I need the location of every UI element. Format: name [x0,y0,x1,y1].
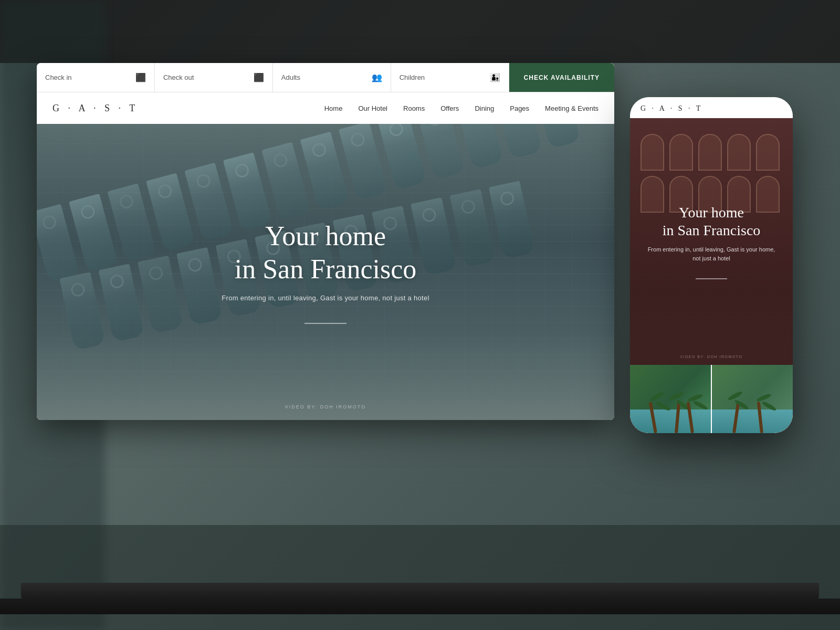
pool-water-2 [712,410,793,433]
arch-window-1 [640,134,664,171]
mobile-inner: G · A · S · T Your home in San Francisco… [630,97,793,433]
mobile-phone: G · A · S · T Your home in San Francisco… [630,97,793,433]
palm-leaf-9 [756,393,772,403]
mobile-logo: G · A · S · T [640,104,702,113]
nav-item-meeting[interactable]: Meeting & Events [545,103,598,113]
laptop-top-bar [0,0,840,63]
adults-icon: 👥 [372,72,382,82]
arch-window-2 [669,134,693,171]
pool-water-1 [630,410,711,433]
check-out-field[interactable]: Check out ⬛ [155,63,273,92]
mobile-hero: Your home in San Francisco From entering… [630,118,793,365]
calendar-checkout-icon: ⬛ [254,72,264,82]
check-availability-button[interactable]: CHECK AVAILABILITY [509,63,614,92]
nav-item-rooms[interactable]: Rooms [403,103,425,113]
arch-window-5 [756,134,780,171]
calendar-checkin-icon: ⬛ [135,72,146,82]
mobile-hero-subtitle: From entering in, until leaving, Gast is… [630,245,793,262]
mobile-video-credit: VIDEO BY: DOH IROMOTO [680,355,743,359]
arch-window-4 [727,134,751,171]
mobile-hero-divider [696,278,727,279]
gallery-thumb-2 [712,365,793,433]
arch-window-3 [698,134,722,171]
desktop-hero-title: Your home in San Francisco [235,220,417,286]
adults-field[interactable]: Adults 👥 [273,63,391,92]
nav-item-dining[interactable]: Dining [475,103,494,113]
laptop-bottom [21,583,819,598]
desktop-browser-window: Check in ⬛ Check out ⬛ Adults 👥 Children… [37,63,614,420]
check-in-field[interactable]: Check in ⬛ [37,63,155,92]
mobile-hero-title: Your home in San Francisco [652,204,771,239]
booking-bar: Check in ⬛ Check out ⬛ Adults 👥 Children… [37,63,614,92]
palm-leaf-1 [649,391,665,403]
nav-item-pages[interactable]: Pages [510,103,529,113]
nav-item-home[interactable]: Home [324,103,343,113]
desktop-hero-divider [304,323,346,324]
nav-item-our-hotel[interactable]: Our Hotel [358,103,387,113]
mobile-gallery [630,365,793,433]
desktop-video-credit: VIDEO BY: DOH IROMOTO [285,404,366,410]
bg-blur-bottom [0,525,840,630]
desktop-hero: Your home in San Francisco From entering… [37,124,614,420]
desktop-logo: G · A · S · T [52,103,138,114]
mobile-navbar: G · A · S · T [630,97,793,118]
nav-links: Home Our Hotel Rooms Offers Dining Pages… [324,103,598,113]
children-field[interactable]: Children 👨‍👦 [391,63,509,92]
gallery-thumb-1 [630,365,712,433]
desktop-navbar: G · A · S · T Home Our Hotel Rooms Offer… [37,92,614,124]
laptop-base [0,598,840,614]
nav-item-offers[interactable]: Offers [440,103,459,113]
desktop-hero-subtitle: From entering in, until leaving, Gast is… [222,294,429,302]
children-icon: 👨‍👦 [490,72,500,82]
